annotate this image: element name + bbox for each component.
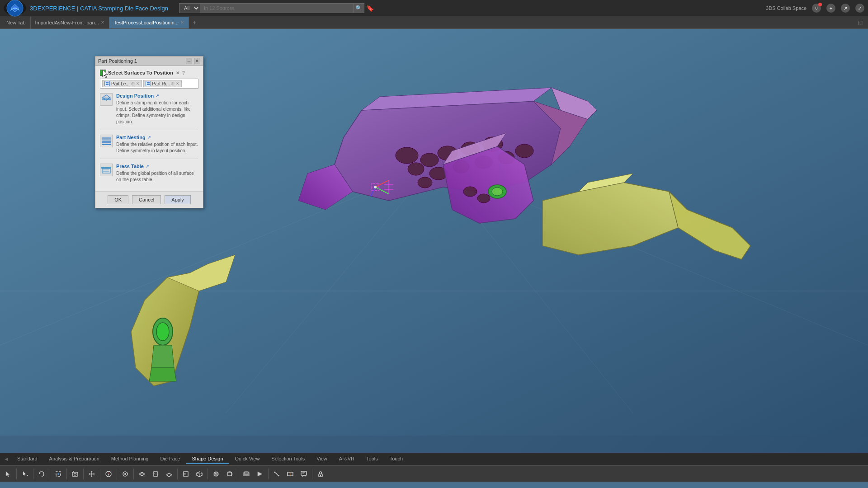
- bottom-tab-method[interactable]: Method Planning: [106, 455, 154, 464]
- svg-point-23: [477, 194, 490, 203]
- top-bar-right: 3DS Collab Space 0 + ↗ ⤢: [766, 4, 864, 13]
- dialog-title: Part Positioning 1: [98, 58, 184, 64]
- part-nesting-external-link[interactable]: ↗: [147, 135, 151, 140]
- tab-add-button[interactable]: +: [189, 19, 200, 26]
- dialog-minimize-button[interactable]: ─: [186, 58, 192, 64]
- tag-remove-right[interactable]: ✕: [176, 81, 179, 86]
- pointer-tool-button[interactable]: [19, 468, 31, 480]
- dialog-buttons: OK Cancel Apply: [95, 191, 203, 208]
- add-button[interactable]: +: [826, 4, 835, 13]
- bottom-tab-selectiontools[interactable]: Selection Tools: [266, 455, 310, 464]
- camera-button[interactable]: [69, 468, 81, 480]
- svg-text:YZ: YZ: [154, 472, 157, 475]
- bottom-section: ◄ Standard Analysis & Preparation Method…: [0, 453, 868, 482]
- toolbar-separator-5: [83, 469, 84, 479]
- share-button[interactable]: ↗: [841, 4, 850, 13]
- svg-rect-75: [301, 471, 307, 475]
- svg-marker-52: [72, 471, 74, 472]
- rotate-button[interactable]: [119, 468, 132, 480]
- edges-button[interactable]: [223, 468, 236, 480]
- svg-point-66: [215, 472, 216, 474]
- shading-button[interactable]: [210, 468, 222, 480]
- selection-box-button[interactable]: [52, 468, 65, 480]
- plane-yz-button[interactable]: YZ: [149, 468, 162, 480]
- material-button[interactable]: [240, 468, 253, 480]
- tab-close-imported[interactable]: ✕: [101, 20, 104, 25]
- tag-toggle-right[interactable]: ◎: [171, 81, 175, 86]
- tab-scroll-left[interactable]: ◄: [4, 456, 9, 462]
- press-table-external-link[interactable]: ↗: [146, 164, 149, 169]
- undo-button[interactable]: [35, 468, 48, 480]
- tag-toggle-left[interactable]: ◎: [131, 81, 135, 86]
- tab-imported[interactable]: ImportedAsNew-Front_pan... ✕: [31, 17, 109, 28]
- bottom-tab-touch[interactable]: Touch: [384, 455, 408, 464]
- section-remove-button[interactable]: ✕: [176, 70, 179, 75]
- tab-close-test-process[interactable]: ✕: [180, 20, 184, 25]
- bottom-tab-standard[interactable]: Standard: [12, 455, 43, 464]
- tab-expand-button[interactable]: ◱: [854, 19, 866, 26]
- toolbar-separator-2: [33, 469, 33, 479]
- collab-space-label[interactable]: 3DS Collab Space: [766, 5, 807, 11]
- bottom-tab-view[interactable]: View: [311, 455, 333, 464]
- design-position-title: Design Position ↗: [116, 93, 198, 99]
- main-viewport[interactable]: Part Positioning 1 ─ ✕ Select Surfaces T…: [0, 29, 868, 453]
- bottom-tab-shapedesign[interactable]: Shape Design: [186, 455, 228, 464]
- surface-selector[interactable]: Part Le... ◎ ✕ Part Ri... ◎ ✕: [100, 79, 198, 89]
- bottom-tab-tools[interactable]: Tools: [361, 455, 383, 464]
- toolbar-separator-11: [238, 469, 238, 479]
- toolbar-separator-1: [16, 469, 17, 479]
- bottom-tab-quickview[interactable]: Quick View: [230, 455, 265, 464]
- design-position-description: Define a stamping direction for each inp…: [116, 100, 198, 125]
- view-iso-button[interactable]: [193, 468, 206, 480]
- render-button[interactable]: [254, 468, 266, 480]
- svg-point-51: [74, 473, 76, 475]
- bottom-tab-bar: ◄ Standard Analysis & Preparation Method…: [0, 453, 868, 465]
- surface-icon-right: [146, 81, 151, 86]
- svg-point-59: [124, 473, 126, 475]
- apply-button[interactable]: Apply: [165, 195, 191, 204]
- expand-button[interactable]: ⤢: [855, 4, 864, 13]
- toolbar-separator-3: [50, 469, 50, 479]
- svg-rect-50: [72, 472, 78, 476]
- top-bar: 3DEXPERIENCE | CATIA Stamping Die Face D…: [0, 0, 868, 16]
- bottom-tab-arvr[interactable]: AR-VR: [334, 455, 360, 464]
- cancel-button[interactable]: Cancel: [132, 195, 161, 204]
- tab-new[interactable]: New Tab: [2, 17, 31, 28]
- pan-button[interactable]: [85, 468, 98, 480]
- search-input[interactable]: [200, 3, 354, 13]
- view-front-button[interactable]: F: [179, 468, 192, 480]
- bookmark-button[interactable]: 🔖: [366, 5, 374, 12]
- dialog-close-button[interactable]: ✕: [194, 58, 200, 64]
- part-nesting-title: Part Nesting ↗: [116, 135, 198, 140]
- plane-xy-button[interactable]: XY: [136, 468, 148, 480]
- select-tool-button[interactable]: [2, 468, 14, 480]
- plane-xz-button[interactable]: [163, 468, 175, 480]
- svg-rect-41: [102, 144, 111, 145]
- brand-logo[interactable]: [4, 1, 26, 15]
- svg-marker-56: [94, 473, 95, 475]
- ok-button[interactable]: OK: [108, 195, 128, 204]
- section-help-button[interactable]: ?: [182, 70, 185, 75]
- search-button[interactable]: 🔍: [354, 3, 364, 13]
- svg-point-13: [408, 163, 424, 175]
- annotation-button[interactable]: [297, 468, 310, 480]
- svg-rect-45: [103, 171, 109, 172]
- tab-test-process[interactable]: TestProcessLocalPositionin... ✕: [109, 17, 189, 28]
- bottom-tab-dieface[interactable]: Die Face: [155, 455, 185, 464]
- lock-button[interactable]: [314, 468, 327, 480]
- svg-point-49: [57, 473, 59, 475]
- surface-tag-right: Part Ri... ◎ ✕: [143, 80, 182, 87]
- tag-remove-left[interactable]: ✕: [136, 81, 140, 86]
- part-nesting-section: Part Nesting ↗ Define the relative posit…: [100, 135, 198, 159]
- compass-button[interactable]: [102, 468, 115, 480]
- toolbar-separator-8: [133, 469, 134, 479]
- notification-area: 0: [812, 4, 821, 13]
- bottom-tab-analysis[interactable]: Analysis & Preparation: [44, 455, 105, 464]
- design-position-external-link[interactable]: ↗: [156, 94, 159, 98]
- svg-rect-43: [102, 169, 110, 173]
- svg-point-22: [463, 187, 477, 197]
- section-button[interactable]: [284, 468, 297, 480]
- search-filter-dropdown[interactable]: All: [179, 3, 200, 13]
- measure-button[interactable]: [270, 468, 283, 480]
- toolbar-separator-9: [177, 469, 178, 479]
